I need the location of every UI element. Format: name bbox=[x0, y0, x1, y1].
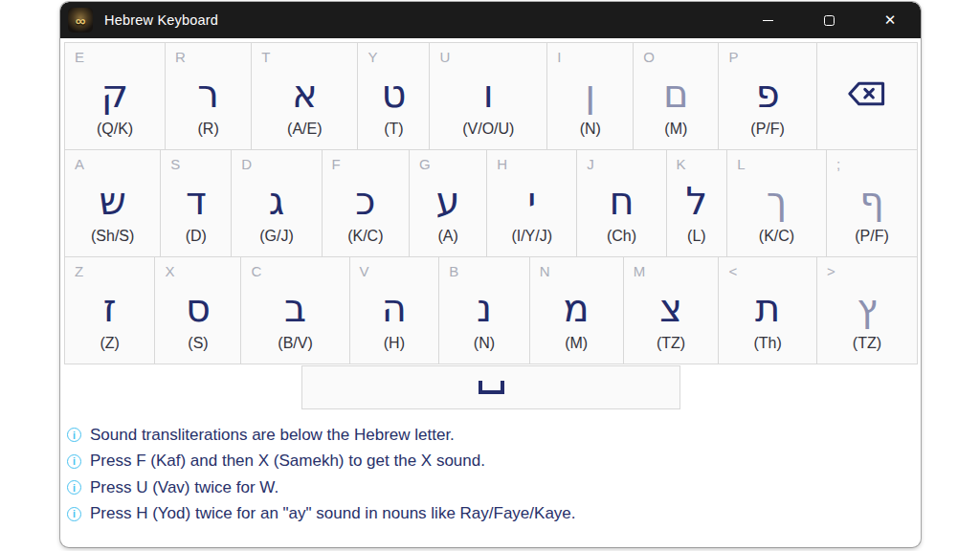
key-F[interactable]: Fכ(K/C) bbox=[322, 149, 411, 257]
hebrew-letter: ך bbox=[737, 173, 826, 228]
key-transliteration: (Ch) bbox=[587, 228, 665, 246]
key-transliteration: (TZ) bbox=[827, 335, 917, 353]
key-B[interactable]: Bנ(N) bbox=[438, 256, 529, 364]
key-corner-label: N bbox=[540, 262, 623, 280]
key-V[interactable]: Vה(H) bbox=[349, 256, 440, 364]
key-N[interactable]: Nמ(M) bbox=[529, 256, 624, 364]
hebrew-letter: צ bbox=[634, 280, 719, 335]
key-A[interactable]: Aש(Sh/S) bbox=[64, 149, 161, 257]
key-corner-label: H bbox=[497, 155, 576, 173]
hebrew-letter: ז bbox=[75, 280, 154, 335]
hebrew-letter: ש bbox=[75, 173, 160, 228]
key-T[interactable]: Tא(A/E) bbox=[251, 42, 358, 150]
hebrew-letter: נ bbox=[449, 280, 528, 335]
titlebar: ∞ Hebrew Keyboard ✕ bbox=[60, 2, 921, 38]
key-K[interactable]: Kל(L) bbox=[666, 149, 728, 257]
note-line: Press U (Vav) twice for W. bbox=[67, 474, 918, 501]
close-button[interactable]: ✕ bbox=[859, 2, 921, 38]
hebrew-letter: ל bbox=[677, 173, 727, 228]
key-U[interactable]: Uו(V/O/U) bbox=[429, 42, 547, 150]
backspace-icon bbox=[827, 66, 917, 121]
hebrew-keyboard: Eק(Q/K)Rר(R)Tא(A/E)Yט(T)Uו(V/O/U)Iן(N)Oם… bbox=[64, 42, 918, 364]
minimize-button[interactable] bbox=[737, 2, 798, 38]
hebrew-letter: ג bbox=[241, 173, 321, 228]
key-transliteration: (B/V) bbox=[251, 335, 348, 353]
key-transliteration: (A/E) bbox=[261, 121, 357, 139]
key-E[interactable]: Eק(Q/K) bbox=[64, 42, 166, 150]
hebrew-letter: ע bbox=[419, 173, 486, 228]
window-controls: ✕ bbox=[737, 2, 921, 38]
hebrew-letter: ף bbox=[836, 173, 917, 228]
key-C[interactable]: Cב(B/V) bbox=[240, 256, 349, 364]
key-transliteration: (K/C) bbox=[332, 228, 410, 246]
key-corner-label: > bbox=[827, 262, 917, 280]
note-text: Press F (Kaf) and then X (Samekh) to get… bbox=[90, 452, 485, 471]
key-corner-label: C bbox=[251, 262, 348, 280]
note-line: Press F (Kaf) and then X (Samekh) to get… bbox=[67, 449, 918, 475]
hebrew-letter: ץ bbox=[827, 280, 917, 335]
key-<[interactable]: <ת(Th) bbox=[718, 256, 816, 364]
key-I[interactable]: Iן(N) bbox=[546, 42, 634, 150]
key-M[interactable]: Mצ(TZ) bbox=[623, 256, 720, 364]
key-R[interactable]: Rר(R) bbox=[165, 42, 252, 150]
key-corner-label: O bbox=[643, 48, 718, 66]
key-transliteration: (Z) bbox=[75, 335, 154, 353]
info-icon bbox=[67, 454, 81, 469]
key-corner-label: K bbox=[677, 155, 727, 173]
key-H[interactable]: Hי(I/Y/J) bbox=[486, 149, 577, 257]
key-corner-label: F bbox=[332, 155, 410, 173]
info-icon bbox=[67, 428, 81, 442]
key-corner-label: A bbox=[75, 155, 160, 173]
hebrew-letter: ח bbox=[587, 173, 665, 228]
key-corner-label: J bbox=[587, 155, 665, 173]
key->[interactable]: >ץ(TZ) bbox=[816, 256, 918, 364]
key-J[interactable]: Jח(Ch) bbox=[576, 149, 666, 257]
key-transliteration: (N) bbox=[449, 335, 528, 353]
key-transliteration: (S) bbox=[165, 335, 240, 353]
key-X[interactable]: Xס(S) bbox=[154, 256, 241, 364]
key-Y[interactable]: Yט(T) bbox=[357, 42, 430, 150]
keyboard-row-1: Eק(Q/K)Rר(R)Tא(A/E)Yט(T)Uו(V/O/U)Iן(N)Oם… bbox=[64, 42, 918, 150]
maximize-button[interactable] bbox=[798, 2, 859, 38]
key-transliteration: (P/F) bbox=[836, 228, 917, 246]
note-text: Press H (Yod) twice for an "ay" sound in… bbox=[90, 504, 576, 523]
key-corner-label: P bbox=[728, 48, 815, 66]
key-corner-label: R bbox=[175, 48, 251, 66]
space-key[interactable] bbox=[301, 365, 680, 409]
key-Z[interactable]: Zז(Z) bbox=[64, 256, 155, 364]
key-P[interactable]: Pפ(P/F) bbox=[718, 42, 816, 150]
info-icon bbox=[67, 480, 81, 495]
key-D[interactable]: Dג(G/J) bbox=[231, 149, 322, 257]
key-transliteration: (V/O/U) bbox=[439, 121, 546, 139]
key-corner-label: L bbox=[737, 155, 826, 173]
key-;[interactable]: ;ף(P/F) bbox=[826, 149, 918, 257]
key-corner-label: Z bbox=[75, 262, 154, 280]
window-content: Eק(Q/K)Rר(R)Tא(A/E)Yט(T)Uו(V/O/U)Iן(N)Oם… bbox=[60, 38, 921, 527]
key-G[interactable]: Gע(A) bbox=[409, 149, 487, 257]
key-corner-label: Y bbox=[368, 48, 429, 66]
hebrew-letter: מ bbox=[540, 280, 623, 335]
key-S[interactable]: Sד(D) bbox=[160, 149, 232, 257]
hebrew-letter: ר bbox=[175, 66, 251, 121]
app-icon: ∞ bbox=[68, 8, 93, 33]
hebrew-letter: ה bbox=[360, 280, 439, 335]
note-line: Sound transliterations are below the Heb… bbox=[67, 422, 918, 449]
backspace-key[interactable] bbox=[816, 42, 918, 150]
key-L[interactable]: Lך(K/C) bbox=[726, 149, 827, 257]
hebrew-letter: ד bbox=[170, 173, 231, 228]
key-corner-label: U bbox=[439, 48, 546, 66]
key-transliteration: (R) bbox=[175, 121, 251, 139]
key-transliteration: (K/C) bbox=[737, 228, 826, 246]
window-title: Hebrew Keyboard bbox=[104, 12, 218, 28]
key-transliteration: (G/J) bbox=[241, 228, 321, 246]
key-transliteration: (H) bbox=[360, 335, 439, 353]
key-transliteration: (L) bbox=[677, 228, 727, 246]
notes-list: Sound transliterations are below the Heb… bbox=[67, 422, 918, 527]
spacebar-row bbox=[64, 365, 918, 409]
note-text: Press U (Vav) twice for W. bbox=[90, 478, 278, 497]
hebrew-letter: פ bbox=[728, 66, 815, 121]
key-transliteration: (T) bbox=[368, 121, 429, 139]
key-O[interactable]: Oם(M) bbox=[633, 42, 719, 150]
key-corner-label: ; bbox=[836, 155, 917, 173]
key-corner-label: I bbox=[557, 48, 633, 66]
